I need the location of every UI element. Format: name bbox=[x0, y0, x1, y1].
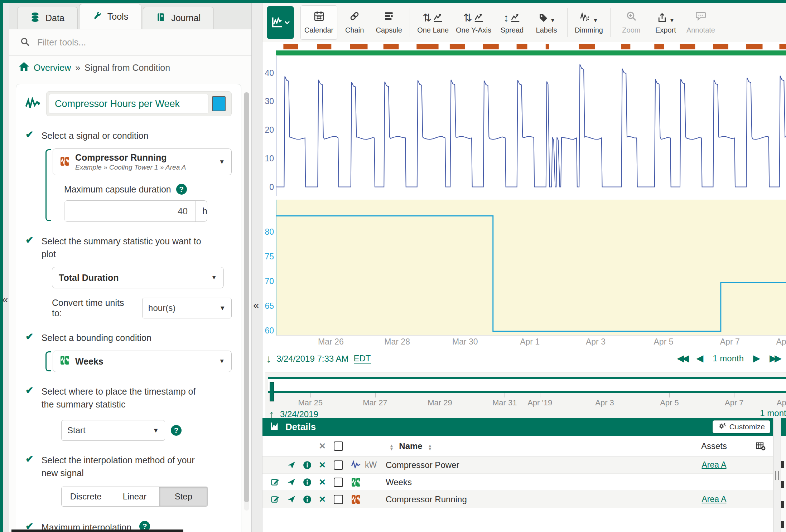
sliver-icon-fragment bbox=[781, 521, 784, 528]
filter-tools-input[interactable] bbox=[37, 37, 214, 48]
toolbar-button-chain[interactable]: Chain bbox=[337, 5, 372, 40]
toolbar-button-one-y-axis[interactable]: ⇅ One Y-Axis bbox=[452, 5, 495, 40]
help-icon[interactable]: ? bbox=[176, 184, 187, 195]
trend-toolbar: Calendar Chain Capsule ⇅ One Lane ⇅ One … bbox=[262, 3, 786, 42]
step-back-full-icon[interactable]: ◀◀ bbox=[677, 353, 687, 364]
edit-icon[interactable] bbox=[267, 495, 283, 504]
panel-splitter[interactable]: « bbox=[251, 3, 262, 532]
remove-icon[interactable]: ✕ bbox=[315, 494, 330, 504]
result-name-input[interactable] bbox=[49, 94, 208, 114]
help-icon[interactable]: ? bbox=[171, 425, 182, 436]
tab-data[interactable]: Data bbox=[17, 7, 78, 29]
convert-units-select[interactable]: hour(s) ▼ bbox=[142, 298, 232, 318]
tab-journal[interactable]: Journal bbox=[143, 7, 214, 29]
timebar-selected-range[interactable] bbox=[268, 377, 786, 393]
send-to-trend-icon[interactable] bbox=[283, 478, 300, 487]
interpolation-option-linear[interactable]: Linear bbox=[110, 487, 159, 506]
details-header: Details Customize bbox=[262, 418, 773, 436]
timebar-tick bbox=[734, 393, 734, 397]
collapse-tools-panel-icon[interactable]: « bbox=[253, 299, 259, 311]
stat-select[interactable]: Total Duration ▼ bbox=[52, 267, 224, 288]
step-forward-full-icon[interactable]: ▶▶ bbox=[770, 353, 780, 364]
info-icon[interactable] bbox=[300, 460, 315, 470]
details-panel: Details Customize ✕ ▲▼ Name ▲▼ Assets bbox=[262, 418, 773, 532]
tools-panel-scrollbar[interactable] bbox=[244, 92, 249, 511]
bounding-condition-select[interactable]: Weeks ▼ bbox=[53, 351, 232, 372]
row-checkbox[interactable] bbox=[334, 460, 343, 470]
row-checkbox[interactable] bbox=[334, 495, 343, 504]
tab-tools[interactable]: Tools bbox=[79, 4, 141, 29]
vertical-arrow-icon: ↕ bbox=[503, 13, 509, 23]
select-all-checkbox[interactable] bbox=[334, 441, 343, 451]
power-trend-plot[interactable] bbox=[276, 56, 786, 196]
toolbar-button-spread[interactable]: ↕ Spread bbox=[495, 5, 529, 40]
toolbar-button-one-lane[interactable]: ⇅ One Lane bbox=[414, 5, 452, 40]
x-axis-tick-label: Apr 7 bbox=[705, 337, 755, 347]
max-capsule-label: Maximum capsule duration bbox=[64, 184, 171, 195]
send-to-trend-icon[interactable] bbox=[283, 460, 300, 470]
max-capsule-value-input[interactable] bbox=[64, 201, 196, 221]
info-icon[interactable] bbox=[300, 495, 315, 504]
row-checkbox[interactable] bbox=[334, 478, 343, 487]
timebar-tick bbox=[310, 393, 311, 397]
step-back-half-icon[interactable]: ◀ bbox=[696, 353, 703, 364]
toolbar-button-dimming[interactable]: ▼ Dimming bbox=[571, 5, 607, 40]
remove-icon[interactable]: ✕ bbox=[315, 460, 330, 470]
x-axis-tick-label: Mar 28 bbox=[372, 337, 422, 347]
details-row-compressor-running[interactable]: ✕ Compressor Running Area A bbox=[262, 491, 773, 508]
remove-icon[interactable]: ✕ bbox=[315, 477, 330, 487]
add-column-icon[interactable] bbox=[748, 441, 773, 451]
toolbar-button-capsule[interactable]: Capsule bbox=[372, 5, 406, 40]
timezone-link[interactable]: EDT bbox=[354, 353, 371, 364]
interpolation-option-step[interactable]: Step bbox=[159, 487, 208, 506]
remove-column-icon[interactable]: ✕ bbox=[315, 441, 330, 451]
sort-icon[interactable]: ▲▼ bbox=[428, 444, 432, 450]
breadcrumb-overview-link[interactable]: Overview bbox=[34, 63, 71, 73]
toolbar-button-labels[interactable]: ▼ Labels bbox=[529, 5, 564, 40]
speech-bubble-icon bbox=[695, 10, 707, 23]
display-range-duration[interactable]: 1 month bbox=[713, 353, 744, 363]
signal-bracket-group: Compressor Running Example » Cooling Tow… bbox=[45, 148, 232, 222]
weeks-lane-plot[interactable] bbox=[276, 200, 786, 336]
row-asset-link[interactable]: Area A bbox=[680, 494, 748, 504]
display-range-start[interactable]: 3/24/2019 7:33 AM bbox=[276, 354, 349, 364]
collapse-left-panel-icon[interactable]: « bbox=[2, 293, 8, 306]
scrollbar-thumb[interactable] bbox=[244, 92, 249, 502]
toolbar-button-label: Chain bbox=[345, 26, 364, 34]
timebar-duration[interactable]: 1 month bbox=[760, 408, 786, 418]
details-splitter[interactable] bbox=[773, 418, 781, 532]
toolbar-button-calendar[interactable]: Calendar bbox=[300, 5, 337, 40]
condition-select[interactable]: Compressor Running Example » Cooling Tow… bbox=[53, 148, 232, 175]
details-row-compressor-power[interactable]: ✕ kW Compressor Power Area A bbox=[262, 457, 773, 474]
breadcrumb-separator: » bbox=[75, 63, 80, 73]
timestamp-select[interactable]: Start ▼ bbox=[61, 420, 165, 441]
chevron-down-icon: ▼ bbox=[669, 18, 674, 23]
toolbar-button-label: Dimming bbox=[575, 26, 603, 34]
home-icon[interactable] bbox=[19, 62, 29, 74]
row-asset-link[interactable]: Area A bbox=[680, 460, 748, 470]
customize-button[interactable]: Customize bbox=[713, 420, 770, 433]
x-axis-labels: Mar 26Mar 28Mar 30Apr 1Apr 3Apr 5Apr 7Ap… bbox=[276, 337, 786, 348]
bounding-bracket-group: Weeks ▼ bbox=[45, 351, 232, 372]
check-icon: ✔ bbox=[25, 235, 34, 245]
details-row-weeks[interactable]: ✕ Weeks bbox=[262, 474, 773, 491]
timebar-tick-label: Apr '19 bbox=[515, 398, 565, 407]
max-capsule-unit-select[interactable]: hour(s) ▼ bbox=[196, 201, 207, 221]
interpolation-option-discrete[interactable]: Discrete bbox=[62, 487, 110, 506]
toolbar-button-annotate: Annotate bbox=[683, 5, 719, 40]
breadcrumb: Overview » Signal from Condition bbox=[9, 56, 251, 79]
info-icon[interactable] bbox=[300, 478, 315, 487]
assets-column-header[interactable]: Assets bbox=[680, 441, 748, 451]
capsule-lane[interactable] bbox=[276, 44, 786, 56]
x-axis-tick-label: Apr 3 bbox=[570, 337, 621, 347]
color-swatch-button[interactable] bbox=[212, 96, 226, 111]
toolbar-button-export[interactable]: ▼ Export bbox=[648, 5, 683, 40]
step-forward-half-icon[interactable]: ▶ bbox=[753, 353, 760, 364]
toolbar-button-label: Export bbox=[655, 26, 676, 34]
name-column-header[interactable]: Name bbox=[399, 441, 422, 451]
edit-icon[interactable] bbox=[267, 478, 283, 487]
timebar-tick bbox=[669, 393, 670, 397]
tools-panel-horizontal-scrollbar[interactable] bbox=[11, 529, 183, 532]
send-to-trend-icon[interactable] bbox=[283, 495, 300, 504]
sort-icon[interactable]: ▲▼ bbox=[389, 444, 394, 450]
